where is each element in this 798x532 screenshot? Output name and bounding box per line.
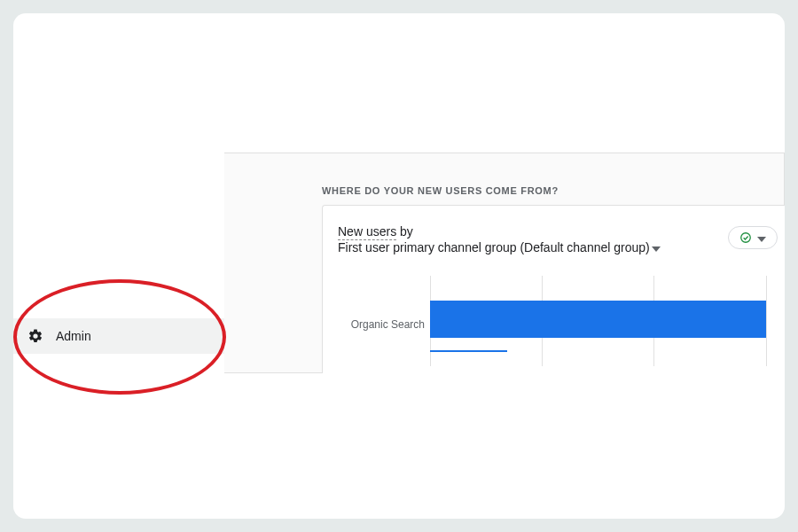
content-top-strip: [224, 145, 785, 153]
card-title-line1: New users by: [338, 224, 785, 239]
card-dimension-label: First user primary channel group (Defaul…: [338, 240, 650, 254]
card-dimension-selector[interactable]: First user primary channel group (Defaul…: [338, 240, 661, 254]
check-circle-icon: [739, 231, 752, 244]
card-metric[interactable]: New users: [338, 224, 396, 240]
admin-nav-item[interactable]: Admin: [13, 318, 224, 354]
card-heading: WHERE DO YOUR NEW USERS COME FROM?: [322, 185, 559, 196]
card-by-text: by: [396, 224, 413, 239]
svg-point-1: [741, 233, 751, 243]
new-users-bar-chart: Organic Search: [338, 276, 776, 366]
sidebar: Admin: [13, 13, 217, 519]
gear-icon: [27, 328, 43, 344]
chart-sub-bar: [430, 350, 507, 352]
status-dropdown[interactable]: [728, 226, 778, 249]
chart-bar[interactable]: [430, 301, 766, 338]
svg-marker-2: [757, 237, 766, 242]
caret-down-icon: [757, 230, 766, 246]
svg-marker-0: [652, 246, 661, 252]
app-window: Admin WHERE DO YOUR NEW USERS COME FROM?…: [13, 13, 785, 519]
card-title-block: New users by First user primary channel …: [338, 224, 785, 255]
caret-down-icon: [652, 240, 661, 254]
chart-row-label: Organic Search: [338, 318, 425, 331]
admin-nav-label: Admin: [56, 329, 91, 343]
chart-gridline: [766, 276, 767, 366]
